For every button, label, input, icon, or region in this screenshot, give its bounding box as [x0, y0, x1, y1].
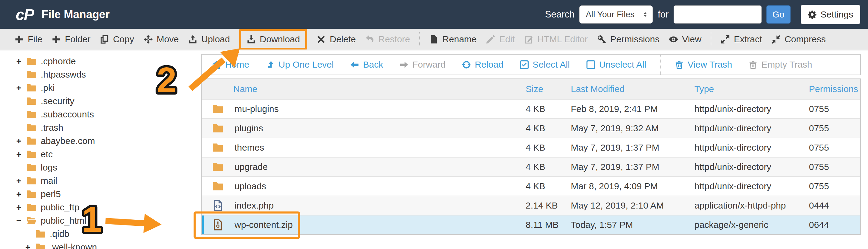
file-type: httpd/unix-directory — [694, 104, 803, 114]
copy-icon — [100, 35, 109, 44]
tree-item-logs[interactable]: logs — [0, 161, 196, 174]
column-header-type[interactable]: Type — [694, 84, 803, 94]
file-name[interactable]: uploads — [235, 181, 266, 191]
column-header-last-modified[interactable]: Last Modified — [571, 84, 694, 94]
tree-item-etc[interactable]: +etc — [0, 147, 196, 161]
toolbar-label: Move — [157, 34, 179, 44]
toolbar-upload-button[interactable]: Upload — [188, 34, 230, 44]
tree-item-label: .htpasswds — [41, 70, 86, 80]
tree-item-cphorde[interactable]: +.cphorde — [0, 55, 196, 68]
expand-toggle[interactable]: + — [16, 202, 26, 213]
navigation-toolbar: Home Up One Level Back Forward Reload Se… — [201, 54, 861, 75]
expand-toggle[interactable]: + — [25, 242, 35, 249]
arrow-left-icon — [350, 60, 359, 70]
nav-up-one-level-button[interactable]: Up One Level — [266, 59, 334, 70]
toolbar-folder-button[interactable]: Folder — [52, 34, 90, 44]
file-name[interactable]: wp-content.zip — [235, 220, 293, 230]
nav-label: Home — [225, 59, 249, 70]
file-type: application/x-httpd-php — [694, 200, 803, 211]
nav-reload-button[interactable]: Reload — [462, 59, 503, 70]
toolbar-delete-button[interactable]: Delete — [316, 34, 356, 44]
move-icon — [144, 35, 153, 44]
search-area: Search All Your Files for Go Settings — [545, 5, 860, 24]
nav-back-button[interactable]: Back — [350, 59, 383, 70]
tree-item-security[interactable]: .security — [0, 94, 196, 108]
document-icon — [429, 35, 438, 44]
tree-item-label: abaybee.com — [41, 136, 95, 146]
expand-toggle[interactable]: + — [16, 189, 26, 199]
nav-forward-button: Forward — [399, 59, 445, 70]
toolbar-view-button[interactable]: View — [669, 34, 701, 44]
tree-item-pki[interactable]: +.pki — [0, 81, 196, 94]
tree-item-well-known[interactable]: +.well-known — [0, 241, 196, 249]
expand-toggle[interactable]: + — [16, 136, 26, 146]
compress-icon — [771, 35, 781, 44]
collapse-toggle[interactable]: − — [16, 216, 26, 226]
table-row-index-php[interactable]: index.php 2.14 KB May 12, 2019, 2:10 AM … — [202, 196, 860, 215]
file-name[interactable]: plugins — [235, 123, 263, 133]
file-name[interactable]: upgrade — [235, 162, 268, 172]
expand-toggle[interactable]: + — [16, 149, 26, 159]
search-input[interactable] — [674, 5, 762, 24]
table-row-plugins[interactable]: plugins 4 KB May 7, 2019, 9:32 AM httpd/… — [202, 118, 860, 138]
trash-icon — [675, 60, 684, 70]
expand-toggle[interactable]: + — [16, 176, 26, 186]
tree-item-trash[interactable]: .trash — [0, 121, 196, 134]
toolbar-label: Edit — [499, 34, 515, 44]
tree-item-htpasswds[interactable]: .htpasswds — [0, 68, 196, 81]
expand-toggle[interactable]: + — [16, 83, 26, 93]
main-toolbar: File Folder Copy Move Upload Download De… — [0, 29, 868, 50]
tree-item-public-html[interactable]: −public_html — [0, 214, 196, 227]
go-button[interactable]: Go — [767, 5, 790, 24]
toolbar-move-button[interactable]: Move — [144, 34, 179, 44]
file-list-panel: Home Up One Level Back Forward Reload Se… — [201, 54, 861, 249]
tree-item-perl5[interactable]: +perl5 — [0, 188, 196, 201]
table-row-wp-content-zip[interactable]: wp-content.zip 8.11 MB Today, 1:57 PM pa… — [202, 215, 860, 234]
search-scope-select[interactable]: All Your Files — [579, 5, 653, 24]
toolbar-html-editor-button: HTML Editor — [524, 34, 588, 44]
toolbar-download-button[interactable]: Download — [239, 29, 307, 50]
nav-label: Empty Trash — [761, 59, 812, 70]
table-row-themes[interactable]: themes 4 KB May 7, 2019, 1:37 PM httpd/u… — [202, 138, 860, 157]
file-table: Name Size Last Modified Type Permissions… — [201, 79, 861, 235]
tree-item-public-ftp[interactable]: +public_ftp — [0, 201, 196, 214]
file-name[interactable]: index.php — [235, 200, 274, 211]
toolbar-extract-button[interactable]: Extract — [721, 34, 762, 44]
toolbar-label: Extract — [734, 34, 762, 44]
toolbar-permissions-button[interactable]: Permissions — [597, 34, 659, 44]
table-row-mu-plugins[interactable]: mu-plugins 4 KB Feb 8, 2019, 2:41 PM htt… — [202, 99, 860, 118]
file-name[interactable]: themes — [235, 142, 264, 153]
column-header-size[interactable]: Size — [517, 84, 571, 94]
gear-icon — [808, 10, 817, 19]
tree-item-abaybee[interactable]: +abaybee.com — [0, 134, 196, 147]
nav-divider — [660, 54, 661, 75]
nav-home-button[interactable]: Home — [212, 59, 249, 70]
column-header-name[interactable]: Name — [202, 84, 517, 94]
toolbar-label: Compress — [784, 34, 826, 44]
toolbar-copy-button[interactable]: Copy — [100, 34, 134, 44]
settings-label: Settings — [821, 9, 853, 20]
toolbar-rename-button[interactable]: Rename — [429, 34, 476, 44]
toolbar-edit-button: Edit — [486, 34, 515, 44]
file-name[interactable]: mu-plugins — [235, 104, 279, 114]
nav-view-trash-button[interactable]: View Trash — [675, 59, 732, 70]
table-row-upgrade[interactable]: upgrade 4 KB May 7, 2019, 1:37 PM httpd/… — [202, 157, 860, 176]
toolbar-compress-button[interactable]: Compress — [771, 34, 826, 44]
tree-item-subaccounts[interactable]: .subaccounts — [0, 108, 196, 121]
expand-toggle[interactable]: + — [16, 56, 26, 66]
tree-item-mail[interactable]: +mail — [0, 174, 196, 188]
toolbar-label: Download — [260, 34, 300, 44]
toolbar-divider — [711, 32, 711, 46]
cpanel-logo: cP — [16, 5, 34, 24]
key-icon — [597, 35, 607, 44]
nav-select-all-button[interactable]: Select All — [520, 59, 569, 70]
tree-item-qidb[interactable]: .qidb — [0, 227, 196, 241]
toolbar-label: Delete — [330, 34, 356, 44]
file-permissions: 0755 — [803, 104, 860, 114]
toolbar-file-button[interactable]: File — [14, 34, 42, 44]
table-row-uploads[interactable]: uploads 4 KB Mar 8, 2019, 4:09 PM httpd/… — [202, 176, 860, 196]
file-modified: Today, 1:57 PM — [571, 220, 694, 230]
nav-unselect-all-button[interactable]: Unselect All — [586, 59, 647, 70]
column-header-permissions[interactable]: Permissions — [803, 84, 860, 94]
settings-button[interactable]: Settings — [801, 5, 860, 24]
